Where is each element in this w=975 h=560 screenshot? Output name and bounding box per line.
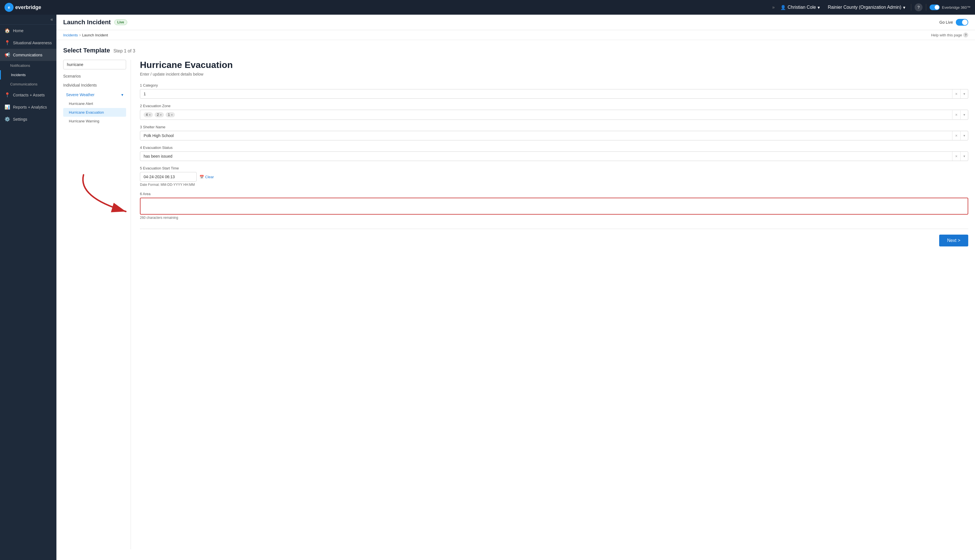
field-shelter-name: 3 Shelter Name Polk High School × ▾ [140,125,968,140]
tag-2: 2 × [155,112,164,117]
incidents-label: Incidents [11,73,26,77]
field-shelter-value: Polk High School [140,131,952,140]
page-header: Launch Incident Live Go Live [57,15,975,30]
help-circle-icon: ? [963,32,968,38]
org-label: Rainier County (Organization Admin) [828,5,902,10]
field-shelter-control: Polk High School × ▾ [140,131,968,140]
sidebar-home-label: Home [13,28,23,33]
template-item-label: Hurricane Alert [69,102,93,106]
template-group-severe-weather: Severe Weather ▾ Hurricane Alert Hurrica… [63,90,126,125]
reports-icon: 📊 [5,104,10,110]
next-button[interactable]: Next > [939,235,968,247]
field-shelter-actions: × ▾ [952,131,968,140]
two-column-layout: Scenarios Individual Incidents Severe We… [63,60,968,549]
field-zone-clear[interactable]: × [952,110,961,119]
home-icon: 🏠 [5,28,10,33]
scenarios-section-label: Scenarios [63,74,126,78]
settings-icon: ⚙️ [5,117,10,122]
user-menu[interactable]: 👤 Christian Cole ▾ [778,4,822,11]
template-item-hurricane-warning[interactable]: Hurricane Warning [63,117,126,125]
breadcrumb-parent[interactable]: Incidents [63,33,78,37]
template-item-label-selected: Hurricane Evacuation [69,110,104,115]
tag-4-remove[interactable]: × [149,113,151,117]
tag-2-remove[interactable]: × [160,113,162,117]
template-item-hurricane-alert[interactable]: Hurricane Alert [63,99,126,108]
tag-4: 4 × [144,112,153,117]
field-category-dropdown[interactable]: ▾ [961,90,968,98]
username-label: Christian Cole [788,5,816,10]
field-zone-dropdown[interactable]: ▾ [961,110,968,119]
field-shelter-label: 3 Shelter Name [140,125,968,129]
sidebar-item-situational-awareness[interactable]: 📍 Situational Awareness [0,37,57,49]
template-group-name: Severe Weather [66,92,95,97]
logo-text: everbridge [15,5,41,10]
user-dropdown-icon: ▾ [818,5,820,10]
breadcrumb-bar: Incidents > Launch Incident Help with th… [57,30,975,40]
org-menu[interactable]: Rainier County (Organization Admin) ▾ [825,4,908,11]
sidebar-item-reports-analytics[interactable]: 📊 Reports + Analytics [0,101,57,113]
field-category-clear[interactable]: × [952,89,961,98]
field-zone-actions: × ▾ [952,110,968,119]
org-dropdown-icon: ▾ [903,5,905,10]
toggle-knob [935,5,939,10]
field-status-dropdown[interactable]: ▾ [961,152,968,160]
template-item-label-warning: Hurricane Warning [69,119,99,123]
contacts-icon: 📍 [5,92,10,98]
forward-icon: » [772,5,775,10]
nav-divider-2 [926,4,926,11]
step-indicator: Step 1 of 3 [114,48,135,53]
sidebar-item-communications[interactable]: 📢 Communications [0,49,57,61]
sidebar-settings-label: Settings [13,117,27,122]
template-item-hurricane-evacuation[interactable]: Hurricane Evacuation [63,108,126,117]
field-evacuation-zone-label: 2 Evacuation Zone [140,104,968,108]
datetime-input[interactable] [140,172,197,182]
field-category-label: 1 Category [140,83,968,87]
logo: e everbridge [5,3,41,12]
field-status-label: 4 Evacuation Status [140,145,968,150]
product-label: Everbridge 360™ [942,5,970,10]
calendar-clear-link[interactable]: 📅 Clear [199,175,214,179]
go-live-toggle[interactable] [956,19,968,26]
field-start-time-label: 5 Evacuation Start Time [140,166,968,170]
user-icon: 👤 [780,5,786,10]
go-live-label: Go Live [940,20,953,25]
field-shelter-dropdown[interactable]: ▾ [961,132,968,140]
field-status-clear[interactable]: × [952,152,961,161]
sidebar-subitem-notifications[interactable]: Notifications [0,61,57,70]
field-category-value: 1 [140,89,952,98]
field-start-time: 5 Evacuation Start Time 📅 Clear Date For… [140,166,968,187]
logo-icon: e [5,3,13,12]
sub-communications-label: Communications [10,82,38,86]
toggle-360[interactable] [930,5,940,10]
individual-section-label: Individual Incidents [63,83,126,87]
product-toggle: Everbridge 360™ [930,5,970,10]
form-footer: Next > [140,235,968,247]
datetime-row: 📅 Clear [140,172,968,182]
field-category-actions: × ▾ [952,89,968,98]
breadcrumb: Incidents > Launch Incident [63,33,108,37]
sidebar-item-settings[interactable]: ⚙️ Settings [0,113,57,125]
main-content: Select Template Step 1 of 3 Scenarios In… [57,40,975,560]
page-title: Launch Incident [63,18,111,26]
field-area-label: 6 Area [140,192,968,196]
sidebar-collapse-button[interactable]: « [50,17,53,22]
field-evacuation-status: 4 Evacuation Status has been issued × ▾ [140,145,968,161]
area-textarea[interactable] [140,198,968,213]
template-group-header[interactable]: Severe Weather ▾ [63,90,126,99]
sidebar-item-contacts-assets[interactable]: 📍 Contacts + Assets [0,89,57,101]
sidebar-item-home[interactable]: 🏠 Home [0,25,57,37]
sidebar-collapse-area: « [0,15,57,25]
help-button[interactable]: ? [915,3,923,11]
breadcrumb-current: Launch Incident [82,33,108,37]
sidebar-subitem-communications[interactable]: Communications [0,80,57,89]
communications-icon: 📢 [5,52,10,58]
template-search-input[interactable] [63,60,126,69]
help-link[interactable]: Help with this page ? [931,32,968,38]
field-shelter-clear[interactable]: × [952,131,961,140]
sidebar-subitem-incidents[interactable]: Incidents [0,70,57,80]
notifications-label: Notifications [10,63,30,68]
tag-1-remove[interactable]: × [171,113,173,117]
field-status-control: has been issued × ▾ [140,152,968,161]
sidebar-communications-label: Communications [13,53,42,57]
help-icon: ? [917,5,920,10]
